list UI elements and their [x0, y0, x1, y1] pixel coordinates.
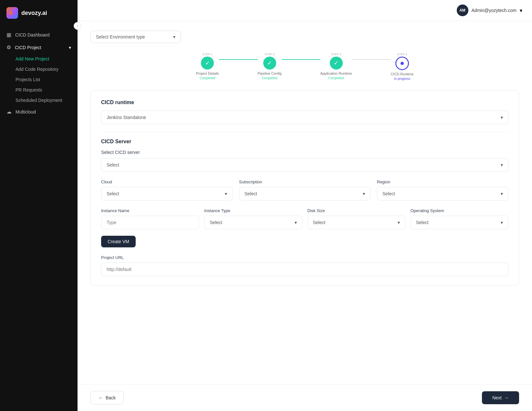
- cloud-placeholder: Select: [107, 191, 119, 196]
- sidebar-sub-add-code-repo[interactable]: Add Code Repository: [0, 64, 78, 74]
- form-card: CICD runtime Jenkins Standalone ▾ CICD S…: [90, 90, 519, 286]
- instance-type-field: Instance Type Select ▾: [204, 208, 302, 229]
- step-1-num: STEP 1: [203, 53, 213, 56]
- step-3-label: Application Runtime: [320, 71, 352, 75]
- os-placeholder: Select: [416, 220, 429, 225]
- step-1: STEP 1 ✓ Project Details Completed: [196, 53, 219, 80]
- os-dropdown[interactable]: Select ▾: [411, 216, 508, 229]
- sidebar-collapse-button[interactable]: ‹: [74, 22, 81, 30]
- sidebar-item-multicloud[interactable]: ☁ Multicloud: [0, 105, 78, 118]
- disk-size-chevron-icon: ▾: [398, 220, 400, 225]
- active-dot: [401, 62, 404, 65]
- region-dropdown[interactable]: Select ▾: [377, 187, 508, 200]
- instance-row: Instance Name Instance Type Select ▾ Dis…: [101, 208, 508, 229]
- subscription-dropdown[interactable]: Select ▾: [239, 187, 370, 200]
- select-cicd-server-label: Select CICD server: [101, 150, 508, 155]
- project-url-label: Project URL: [101, 255, 508, 260]
- instance-type-label: Instance Type: [204, 208, 302, 213]
- back-button[interactable]: ← Back: [90, 391, 124, 405]
- connector-2-3: [282, 59, 320, 60]
- dashboard-icon: ▦: [6, 32, 11, 38]
- sidebar-nav: ▦ CICD Dashboard ⚙ CICD Project ▾ Add Ne…: [0, 26, 78, 121]
- step-2-status: Completed: [262, 76, 277, 80]
- chevron-down-icon: ▾: [69, 45, 71, 50]
- sidebar-item-cicd-dashboard[interactable]: ▦ CICD Dashboard: [0, 28, 78, 41]
- sidebar-item-label: Multicloud: [16, 109, 36, 114]
- region-label: Region: [377, 179, 508, 184]
- sidebar-sub-scheduled-deployment[interactable]: Scheduled Deployment: [0, 95, 78, 105]
- step-4-circle: [395, 57, 409, 70]
- step-4-label: CICD Runtime: [391, 72, 413, 76]
- instance-type-chevron-icon: ▾: [295, 220, 297, 225]
- user-menu[interactable]: AM Admin@yozytech.com ▾: [457, 5, 522, 16]
- next-button[interactable]: Next →: [482, 391, 519, 404]
- disk-size-placeholder: Select: [313, 220, 326, 225]
- step-2-num: STEP 2: [265, 53, 275, 56]
- bottom-navigation: ← Back Next →: [78, 384, 532, 411]
- sidebar-item-label: CICD Dashboard: [15, 32, 50, 38]
- logo-area: devozy.ai: [0, 0, 78, 26]
- logo-icon: [6, 7, 18, 19]
- cicd-server-title: CICD Server: [101, 139, 508, 145]
- project-icon: ⚙: [6, 44, 11, 50]
- region-chevron-icon: ▾: [501, 191, 503, 196]
- instance-type-placeholder: Select: [210, 220, 222, 225]
- step-2-circle: ✓: [263, 57, 276, 70]
- os-field: Operating System Select ▾: [411, 208, 508, 229]
- region-placeholder: Select: [382, 191, 395, 196]
- topbar: AM Admin@yozytech.com ▾: [78, 0, 532, 21]
- cicd-server-dropdown[interactable]: Select ▾: [101, 158, 508, 172]
- sidebar-sub-pr-requests[interactable]: PR Requests: [0, 85, 78, 95]
- os-chevron-icon: ▾: [501, 220, 503, 225]
- sidebar: devozy.ai ▦ CICD Dashboard ⚙ CICD Projec…: [0, 0, 78, 411]
- instance-name-input[interactable]: [101, 216, 199, 229]
- step-3-num: STEP 3: [331, 53, 341, 56]
- step-3-circle: ✓: [330, 57, 343, 70]
- svg-point-1: [11, 11, 15, 15]
- subscription-placeholder: Select: [245, 191, 257, 196]
- env-type-label: Select Environment type: [96, 34, 145, 39]
- sidebar-item-label: CICD Project: [15, 45, 41, 50]
- project-url-input[interactable]: [101, 263, 508, 276]
- os-label: Operating System: [411, 208, 508, 213]
- divider-1: [101, 132, 508, 132]
- step-1-circle: ✓: [201, 57, 214, 70]
- env-type-dropdown[interactable]: Select Environment type ▾: [90, 31, 181, 43]
- steps-progress: STEP 1 ✓ Project Details Completed STEP …: [90, 53, 519, 81]
- runtime-chevron-icon: ▾: [501, 115, 503, 120]
- step-4-status: In progress: [394, 77, 410, 81]
- subscription-label: Subscription: [239, 179, 370, 184]
- region-field: Region Select ▾: [377, 179, 508, 200]
- disk-size-dropdown[interactable]: Select ▾: [308, 216, 405, 229]
- check-icon: ✓: [205, 59, 210, 67]
- back-label: Back: [106, 395, 116, 400]
- step-1-label: Project Details: [196, 71, 219, 75]
- connector-3-4: [352, 59, 391, 60]
- step-2-label: Pipeline Config: [258, 71, 282, 75]
- create-vm-button[interactable]: Create VM: [101, 236, 136, 247]
- instance-type-dropdown[interactable]: Select ▾: [204, 216, 302, 229]
- instance-name-field: Instance Name: [101, 208, 199, 229]
- subscription-chevron-icon: ▾: [363, 191, 365, 196]
- cicd-runtime-title: CICD runtime: [101, 100, 508, 105]
- cicd-server-chevron-icon: ▾: [501, 162, 503, 168]
- page-content: Select Environment type ▾ STEP 1 ✓ Proje…: [78, 21, 532, 384]
- step-1-status: Completed: [200, 76, 215, 80]
- sidebar-item-cicd-project[interactable]: ⚙ CICD Project ▾: [0, 41, 78, 54]
- cloud-field: Cloud Select ▾: [101, 179, 233, 200]
- step-3: STEP 3 ✓ Application Runtime Completed: [320, 53, 352, 80]
- runtime-dropdown[interactable]: Jenkins Standalone ▾: [101, 111, 508, 124]
- instance-name-label: Instance Name: [101, 208, 199, 213]
- check-icon: ✓: [334, 59, 339, 67]
- step-2: STEP 2 ✓ Pipeline Config Completed: [258, 53, 282, 80]
- sidebar-sub-add-new-project[interactable]: Add New Project: [0, 54, 78, 64]
- cloud-icon: ☁: [6, 109, 12, 115]
- step-4-num: STEP 4: [397, 53, 407, 56]
- sidebar-sub-projects-list[interactable]: Projects List: [0, 74, 78, 85]
- disk-size-label: Disk Size: [308, 208, 405, 213]
- avatar: AM: [457, 5, 468, 16]
- runtime-value: Jenkins Standalone: [107, 115, 146, 120]
- step-3-status: Completed: [328, 76, 344, 80]
- cloud-dropdown[interactable]: Select ▾: [101, 187, 233, 200]
- user-dropdown-icon: ▾: [520, 7, 522, 14]
